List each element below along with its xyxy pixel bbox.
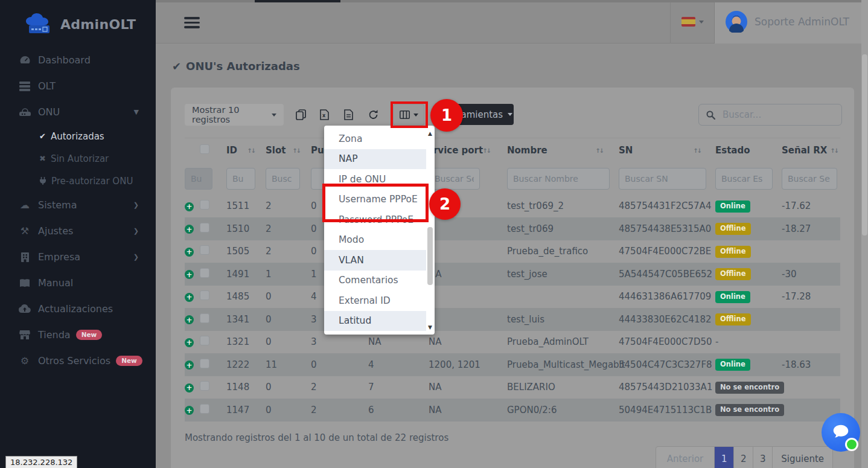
cell-service-port: 9 — [429, 217, 507, 240]
expand-row-icon[interactable]: + — [185, 315, 194, 324]
pagination-page-2[interactable]: 2 — [733, 447, 753, 468]
column-visibility-menu-item[interactable]: External ID — [324, 290, 426, 311]
sort-icon[interactable]: ↑↓ — [693, 147, 701, 153]
cell-hidden: 4 — [368, 353, 429, 376]
sidebar-item-dashboard[interactable]: Dashboard — [0, 47, 156, 73]
header-service-port[interactable]: Service port↑↓ — [429, 138, 507, 162]
cell-service-port — [429, 286, 507, 309]
filter-input-nombre[interactable] — [507, 168, 610, 190]
header-senal-rx[interactable]: Señal RX↑↓ — [782, 138, 840, 162]
sidebar-item-sistema[interactable]: ☁ Sistema ❯ — [0, 192, 156, 218]
expand-row-icon[interactable]: + — [185, 338, 194, 347]
sidebar-item-actualizaciones[interactable]: Actualizaciones — [0, 296, 156, 322]
sort-icon[interactable]: ↑↓ — [595, 147, 603, 153]
cell-nombre: GPON0/2:6 — [507, 399, 619, 422]
user-menu[interactable]: Soporte AdminOLT — [714, 0, 868, 43]
sort-icon[interactable]: ↑↓ — [482, 147, 490, 153]
select-all-checkbox[interactable] — [200, 144, 209, 154]
logo[interactable]: AdminOLT — [0, 0, 156, 47]
pagination-page-1[interactable]: 1 — [714, 447, 733, 468]
cell-id: 1148 — [226, 376, 266, 399]
cell-hidden: 6 — [368, 399, 429, 422]
column-visibility-menu-item[interactable]: Modo — [324, 230, 426, 251]
expand-row-icon[interactable]: + — [185, 361, 194, 370]
column-visibility-menu-item[interactable]: VLAN — [324, 250, 426, 271]
sidebar-toggle-button[interactable] — [184, 17, 200, 31]
expand-row-icon[interactable]: + — [185, 293, 194, 302]
expand-row-icon[interactable]: + — [185, 383, 194, 393]
menu-scrollbar-thumb[interactable] — [427, 227, 433, 285]
cell-sn: 44433830E62C4182 — [619, 308, 715, 331]
sidebar-item-olt[interactable]: OLT — [0, 73, 156, 99]
row-checkbox[interactable] — [200, 268, 209, 278]
filter-input-sn[interactable] — [619, 168, 706, 190]
new-badge: New — [116, 356, 142, 366]
row-checkbox[interactable] — [200, 381, 209, 391]
refresh-button[interactable] — [368, 110, 378, 120]
row-checkbox[interactable] — [200, 404, 209, 414]
row-checkbox[interactable] — [200, 359, 209, 368]
sort-icon[interactable]: ↑↓ — [247, 147, 255, 153]
submenu-label: Sin Autorizar — [51, 153, 109, 164]
sidebar-item-ajustes[interactable]: ⚒ Ajustes ❯ — [0, 218, 156, 244]
sidebar-item-tienda[interactable]: Tienda New — [0, 322, 156, 348]
filter-input-senal[interactable] — [782, 168, 837, 190]
cell-sn: 485754431F2C57A4 — [619, 195, 715, 218]
sidebar-item-sin-autorizar[interactable]: ✖ Sin Autorizar — [0, 147, 156, 170]
page-length-dropdown[interactable]: Mostrar 10 registros — [185, 104, 284, 126]
column-visibility-menu-item[interactable]: Zona — [324, 129, 426, 149]
filter-input-id[interactable] — [226, 168, 255, 190]
row-checkbox[interactable] — [200, 290, 209, 300]
filter-input-slot[interactable] — [266, 168, 300, 190]
page-scrollbar-thumb[interactable] — [862, 54, 867, 236]
pagination-prev-button[interactable]: Anterior — [656, 447, 715, 468]
header-sn[interactable]: SN↑↓ — [619, 138, 715, 162]
header-slot[interactable]: Slot↑↓ — [266, 138, 311, 162]
header-nombre[interactable]: Nombre↑↓ — [507, 138, 619, 162]
router-icon — [18, 108, 31, 117]
sidebar-item-otros-servicios[interactable]: ⚙ Otros Servicios New — [0, 348, 156, 374]
cell-nombre: test_luis — [507, 308, 619, 331]
column-visibility-menu-item[interactable]: Comentarios — [324, 271, 426, 291]
cell-estado: Online — [715, 195, 782, 218]
gears-icon: ⚙ — [18, 355, 31, 367]
sidebar-item-autorizadas[interactable]: ✔ Autorizadas — [0, 125, 156, 147]
row-checkbox[interactable] — [200, 200, 209, 210]
sidebar-item-manual[interactable]: Manual — [0, 270, 156, 296]
sort-icon[interactable]: ↑↓ — [830, 147, 838, 153]
expand-row-icon[interactable]: + — [185, 270, 194, 279]
pagination-next-button[interactable]: Siguiente — [772, 447, 832, 468]
expand-row-icon[interactable]: + — [185, 248, 194, 257]
row-checkbox[interactable] — [200, 336, 209, 345]
sidebar-item-pre-autorizar[interactable]: Pre-autorizar ONU — [0, 170, 156, 192]
caret-down-icon — [508, 113, 512, 116]
row-checkbox[interactable] — [200, 245, 209, 255]
copy-button[interactable] — [296, 109, 306, 120]
sort-icon[interactable]: ↑↓ — [292, 147, 300, 153]
scroll-up-arrow-icon[interactable]: ▲ — [428, 130, 432, 136]
expand-row-icon[interactable]: + — [185, 202, 194, 211]
sidebar-item-empresa[interactable]: Empresa ❯ — [0, 244, 156, 270]
excel-export-button[interactable]: x — [320, 109, 329, 120]
row-checkbox[interactable] — [200, 223, 209, 232]
language-dropdown[interactable] — [670, 0, 714, 43]
search-input[interactable] — [721, 109, 824, 121]
cell-id: 1491 — [226, 263, 266, 286]
column-visibility-menu-item[interactable]: NAP — [324, 149, 426, 170]
file-export-button[interactable] — [344, 109, 353, 120]
filter-input[interactable] — [185, 168, 212, 190]
expand-row-icon[interactable]: + — [185, 225, 194, 234]
sidebar-item-onu[interactable]: ONU ▼ — [0, 99, 156, 125]
cell-estado: Offline — [715, 240, 782, 263]
pagination-page-3[interactable]: 3 — [753, 447, 772, 468]
row-checkbox[interactable] — [200, 313, 209, 323]
column-visibility-menu-item[interactable]: Latitud — [324, 311, 426, 332]
scroll-down-arrow-icon[interactable]: ▼ — [428, 324, 432, 330]
cell-senal — [782, 331, 840, 354]
header-id[interactable]: ID↑↓ — [226, 138, 266, 162]
expand-row-icon[interactable]: + — [185, 406, 194, 415]
header-estado[interactable]: Estado — [715, 138, 782, 162]
filter-input-estado[interactable] — [715, 168, 773, 190]
page-scrollbar[interactable] — [861, 0, 868, 468]
filter-input-service-port[interactable] — [429, 168, 480, 190]
